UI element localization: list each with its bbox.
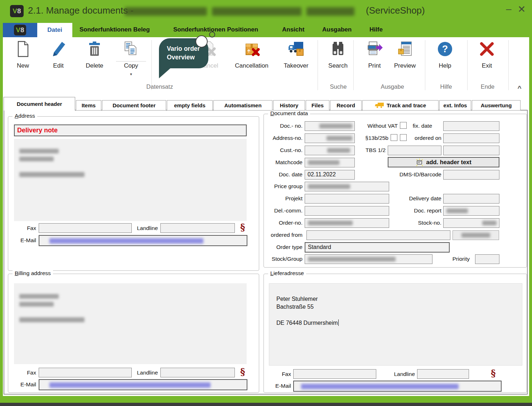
price-group-label: Price group <box>265 183 303 190</box>
redacted-text <box>306 7 354 16</box>
delete-button[interactable]: Delete <box>78 39 111 69</box>
tab-label: Track and trace <box>387 102 426 108</box>
delivery-fax-field[interactable] <box>293 369 376 379</box>
email-label: E-Mail <box>265 383 291 389</box>
ribbon-group-ende: Ende <box>468 83 507 90</box>
doc-report-field[interactable] <box>443 206 499 216</box>
print-button-label: Print <box>358 62 391 69</box>
help-button[interactable]: ? Help <box>429 39 461 69</box>
ordered-on-field[interactable] <box>443 133 499 143</box>
delivery-email-field[interactable] <box>293 381 502 392</box>
redacted-text <box>125 7 207 16</box>
priority-field[interactable] <box>475 254 499 264</box>
cancellation-box-icon <box>243 40 260 58</box>
billing-address-textarea[interactable] <box>14 283 247 364</box>
dial-phone-icon[interactable]: § <box>240 222 245 233</box>
tab-files[interactable]: Files <box>306 100 329 111</box>
tab-automatismen[interactable]: Automatismen <box>213 100 272 111</box>
menu-item-datei[interactable]: Datei <box>37 23 72 37</box>
stock-no-field[interactable] <box>443 218 499 228</box>
copy-button[interactable]: Copy <box>115 39 147 69</box>
preview-document-icon <box>396 40 413 58</box>
document-type-field[interactable]: Delivery note <box>14 124 247 136</box>
projekt-field[interactable] <box>305 194 389 204</box>
app-menu-button[interactable]: V8 <box>3 23 37 37</box>
exit-button[interactable]: Exit <box>470 39 503 69</box>
tab-document-header[interactable]: Document header <box>4 97 75 111</box>
edit-button[interactable]: Edit <box>42 39 75 69</box>
tab-history[interactable]: History <box>273 100 305 111</box>
menu-item-sonderfunktionen-positionen[interactable]: Sonderfunktionen Positionen <box>173 26 258 33</box>
tab-ext-infos[interactable]: ext. Infos <box>439 100 471 111</box>
tab-label: Document footer <box>113 102 156 108</box>
s13b-checkbox-2[interactable] <box>400 134 407 141</box>
ordered-from-label: ordered from <box>265 232 303 238</box>
tbs-field-2[interactable] <box>443 146 499 155</box>
new-button-label: New <box>6 62 39 69</box>
ribbon-collapse-chevron-icon[interactable]: ^ <box>515 84 524 92</box>
delivery-address-textarea[interactable]: Peter Stuhlemer Bachstraße 55 DE 76448 D… <box>269 283 522 366</box>
menu-item-hilfe[interactable]: Hilfe <box>369 26 383 33</box>
redacted-email-link <box>49 238 203 244</box>
tab-document-footer[interactable]: Document footer <box>102 100 166 111</box>
del-comm-field[interactable] <box>305 206 389 216</box>
truck-box-icon <box>287 40 305 58</box>
doc-date-field[interactable]: 02.11.2022 <box>305 170 355 180</box>
tab-auswertung[interactable]: Auswertung <box>472 100 521 111</box>
billing-fax-field[interactable] <box>39 368 132 377</box>
add-header-text-button[interactable]: add. header text <box>388 157 499 167</box>
takeover-button[interactable]: Takeover <box>280 39 313 69</box>
tab-track-and-trace[interactable]: Track and trace <box>362 100 439 111</box>
tab-record[interactable]: Record <box>330 100 362 111</box>
without-vat-checkbox[interactable] <box>400 122 407 129</box>
tab-empty-fields[interactable]: empty fields <box>167 100 213 111</box>
tab-label: ext. Infos <box>444 102 467 108</box>
order-type-field[interactable]: Standard <box>305 242 450 253</box>
ribbon-separator <box>425 40 425 90</box>
address-textarea[interactable] <box>14 139 247 221</box>
address-no-field[interactable] <box>305 133 355 143</box>
fix-date-field[interactable] <box>443 121 499 131</box>
s13b-checkbox-1[interactable] <box>391 134 397 141</box>
fax-field[interactable] <box>39 223 132 233</box>
new-button[interactable]: New <box>6 39 39 69</box>
email-field[interactable] <box>39 235 247 246</box>
copy-dropdown-caret-icon[interactable]: ▾ <box>115 72 147 77</box>
cancellation-button[interactable]: Cancellation <box>231 39 272 69</box>
minimize-button[interactable]: – <box>503 4 515 15</box>
menu-item-ausgaben[interactable]: Ausgaben <box>322 26 352 33</box>
dial-phone-icon[interactable]: § <box>240 366 245 377</box>
cust-no-field[interactable] <box>305 146 355 155</box>
price-group-field[interactable] <box>305 182 389 191</box>
close-button[interactable]: ✕ <box>516 4 528 15</box>
delivery-address-line: Peter Stuhlemer <box>276 296 318 302</box>
ribbon-group-ausgabe: Ausgabe <box>373 83 412 90</box>
priority-label: Priority <box>436 256 470 262</box>
doc-no-field[interactable] <box>305 121 355 131</box>
window-title: 2.1. Manage documents - <box>28 5 134 16</box>
preview-button[interactable]: Preview <box>388 39 421 69</box>
ribbon-group-hilfe: Hilfe <box>426 83 466 90</box>
document-data-group: Document data Doc.- no. Without VAT fix.… <box>263 114 527 268</box>
ordered-from-field[interactable] <box>306 230 450 240</box>
delivery-landline-field[interactable] <box>417 369 469 379</box>
stock-group-field[interactable] <box>305 254 432 264</box>
delivery-date-field[interactable] <box>443 194 499 204</box>
search-button[interactable]: Search <box>321 39 354 69</box>
ordered-from-side-button[interactable] <box>453 230 499 240</box>
print-button[interactable]: Print <box>358 39 391 69</box>
order-no-field[interactable] <box>305 218 389 228</box>
redacted-text <box>482 221 497 225</box>
billing-landline-field[interactable] <box>160 368 235 377</box>
tbs-field-1[interactable] <box>388 146 441 155</box>
redacted-text <box>308 221 353 225</box>
menu-item-ansicht[interactable]: Ansicht <box>282 26 304 33</box>
menu-item-sonderfunktionen-beleg[interactable]: Sonderfunktionen Beleg <box>79 26 150 33</box>
matchcode-field[interactable] <box>305 158 355 167</box>
tab-items[interactable]: Items <box>76 100 101 111</box>
landline-field[interactable] <box>160 223 235 233</box>
billing-email-field[interactable] <box>39 379 247 390</box>
dms-field[interactable] <box>443 170 499 180</box>
dial-phone-icon[interactable]: § <box>491 368 496 378</box>
billing-address-group-title: Billing address <box>13 270 53 277</box>
